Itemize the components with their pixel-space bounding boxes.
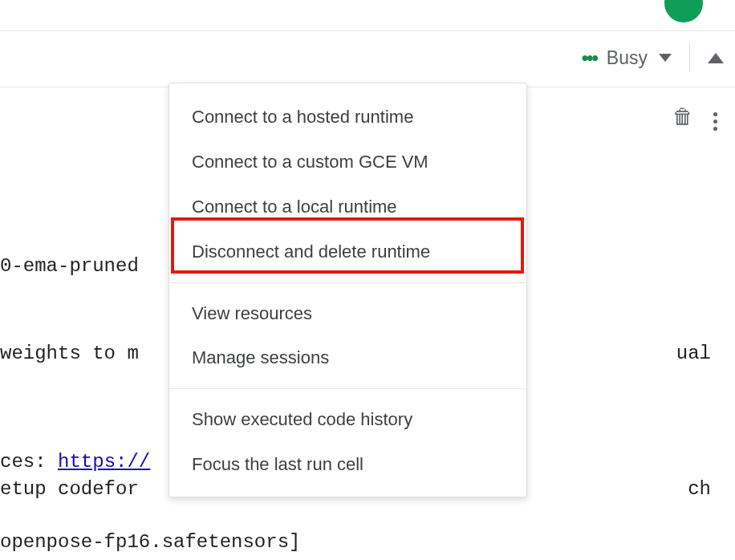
menu-separator bbox=[169, 388, 526, 389]
menu-item-disconnect-delete[interactable]: Disconnect and delete runtime bbox=[169, 229, 526, 274]
runtime-status-label[interactable]: Busy bbox=[607, 47, 648, 69]
menu-item-connect-gce[interactable]: Connect to a custom GCE VM bbox=[169, 140, 526, 185]
output-text: ces: https:// bbox=[0, 451, 150, 473]
avatar[interactable] bbox=[664, 0, 703, 22]
menu-item-focus-last-cell[interactable]: Focus the last run cell bbox=[169, 442, 526, 487]
menu-item-executed-history[interactable]: Show executed code history bbox=[169, 397, 526, 442]
output-text: openpose-fp16.safetensors] bbox=[0, 531, 300, 553]
caret-down-icon[interactable] bbox=[659, 54, 672, 62]
delete-icon[interactable]: 🗑 bbox=[672, 104, 693, 129]
more-icon[interactable] bbox=[709, 106, 722, 137]
runtime-dropdown-menu: Connect to a hosted runtime Connect to a… bbox=[169, 83, 527, 497]
menu-item-view-resources[interactable]: View resources bbox=[169, 291, 526, 336]
vertical-divider bbox=[689, 43, 690, 72]
menu-item-connect-hosted[interactable]: Connect to a hosted runtime bbox=[169, 95, 526, 140]
output-text: 0-ema-pruned bbox=[0, 255, 139, 277]
caret-up-icon[interactable] bbox=[708, 53, 724, 63]
status-dots-icon: ••• bbox=[582, 48, 597, 67]
menu-separator bbox=[169, 282, 526, 283]
runtime-toolbar: ••• Busy bbox=[582, 40, 724, 75]
menu-item-connect-local[interactable]: Connect to a local runtime bbox=[169, 185, 526, 229]
output-text: weights to m bbox=[0, 343, 139, 364]
menu-item-manage-sessions[interactable]: Manage sessions bbox=[169, 335, 526, 380]
output-text: etup codefor bbox=[0, 478, 139, 500]
top-divider bbox=[0, 30, 735, 31]
output-text: ual bbox=[676, 343, 711, 364]
output-link[interactable]: https:// bbox=[58, 451, 150, 473]
output-text: ch bbox=[688, 478, 711, 500]
